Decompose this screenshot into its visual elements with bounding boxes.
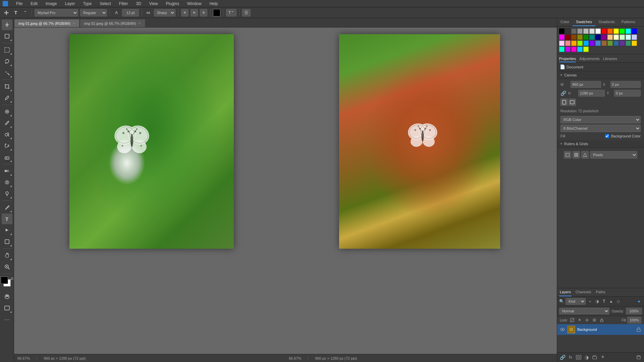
lock-position-icon[interactable] [584, 317, 590, 323]
swatch-item[interactable] [601, 35, 607, 40]
swatch-item[interactable] [571, 35, 577, 40]
toggle-char-btn[interactable]: ☰ [242, 9, 251, 16]
landscape-icon[interactable] [569, 99, 576, 106]
zoom-tool[interactable] [2, 261, 12, 272]
swatch-item[interactable] [595, 28, 601, 34]
menu-type[interactable]: Type [82, 1, 93, 7]
extra-tools-btn[interactable]: ⋯ [2, 314, 12, 325]
section-rulers-header[interactable]: ▼ Rulers & Grids [557, 140, 644, 148]
menu-image[interactable]: Image [44, 1, 58, 7]
crop-tool[interactable] [2, 81, 12, 92]
swatch-item[interactable] [607, 41, 613, 46]
filter-shape-icon[interactable]: ▲ [608, 298, 614, 304]
marquee-tool[interactable] [2, 45, 12, 55]
ruler-icon-2[interactable] [573, 151, 580, 159]
align-right-btn[interactable]: ≡ [200, 9, 207, 16]
lasso-tool[interactable] [2, 56, 12, 67]
ruler-icon-3[interactable] [581, 151, 589, 159]
blur-tool[interactable] [2, 177, 12, 188]
layer-visibility-icon[interactable] [560, 327, 565, 332]
tab-patterns[interactable]: Patterns [618, 18, 639, 26]
bits-select[interactable]: 8 Bits/Channel [560, 125, 641, 132]
lock-all-icon[interactable] [599, 317, 605, 323]
tab-img2-close[interactable]: ✕ [138, 21, 141, 25]
canvas-y-input[interactable] [614, 90, 641, 97]
filter-toggle-icon[interactable]: ● [636, 298, 642, 304]
swatch-item[interactable] [571, 47, 577, 52]
move-tool[interactable] [2, 19, 12, 30]
text-color-swatch[interactable] [213, 9, 220, 16]
foreground-color-swatch[interactable] [1, 277, 8, 284]
new-layer-btn[interactable]: + [599, 354, 606, 360]
tab-paths[interactable]: Paths [595, 288, 606, 296]
eraser-tool[interactable] [2, 152, 12, 163]
swap-colors-icon[interactable]: ⇄ [10, 277, 13, 281]
swatch-item[interactable] [565, 41, 571, 46]
add-mask-btn[interactable] [575, 354, 582, 361]
swatch-item[interactable] [601, 41, 607, 46]
swatch-item[interactable] [583, 41, 589, 46]
swatch-item[interactable] [589, 41, 595, 46]
tab-img1[interactable]: img 01.jpeg @ 66.7% (RGB/8#) ✕ [14, 19, 79, 27]
blend-mode-select[interactable]: Normal [559, 308, 609, 314]
swatch-item[interactable] [595, 41, 601, 46]
clone-stamp-tool[interactable] [2, 129, 12, 140]
menu-layer[interactable]: Layer [63, 1, 76, 7]
swatch-item[interactable] [620, 28, 625, 34]
layer-kind-filter[interactable]: Kind [566, 298, 586, 305]
layer-lock-icon[interactable] [636, 327, 641, 332]
fill-checkbox[interactable] [605, 134, 609, 138]
screen-mode-btn[interactable] [2, 303, 12, 313]
section-canvas-header[interactable]: ▼ Canvas [557, 71, 644, 79]
history-brush-tool[interactable] [2, 140, 12, 151]
swatch-item[interactable] [607, 35, 613, 40]
menu-3d[interactable]: 3D [135, 1, 142, 7]
rulers-unit-select[interactable]: Pixels [590, 151, 637, 159]
swatch-item[interactable] [571, 28, 577, 34]
swatch-item[interactable] [559, 28, 565, 34]
swatch-item[interactable] [571, 41, 577, 46]
swatch-item[interactable] [626, 28, 631, 34]
tab-swatches[interactable]: Swatches [573, 18, 595, 26]
delete-layer-btn[interactable] [635, 354, 642, 361]
menu-file[interactable]: File [15, 1, 24, 7]
color-mode-select[interactable]: RGB Color [560, 116, 641, 123]
tab-properties[interactable]: Properties [559, 56, 576, 62]
swatch-item[interactable] [583, 47, 589, 52]
quick-mask-btn[interactable] [2, 291, 12, 302]
new-fill-btn[interactable]: ◑ [583, 354, 590, 361]
swatch-item[interactable] [626, 41, 631, 46]
link-layers-btn[interactable]: 🔗 [559, 354, 566, 361]
filter-smart-icon[interactable]: ◇ [615, 298, 621, 304]
swatch-item[interactable] [632, 35, 637, 40]
font-size-input[interactable] [122, 9, 139, 16]
swatch-item[interactable] [583, 28, 589, 34]
swatch-item[interactable] [613, 35, 619, 40]
new-group-btn[interactable] [591, 354, 598, 361]
swatch-item[interactable] [565, 47, 571, 52]
swatch-item[interactable] [613, 41, 619, 46]
tab-gradients[interactable]: Gradients [595, 18, 618, 26]
healing-brush-tool[interactable] [2, 106, 12, 117]
eyedropper-tool[interactable] [2, 93, 12, 103]
swatch-item[interactable] [620, 35, 625, 40]
canvas-1[interactable] [69, 34, 234, 249]
canvas-h-input[interactable] [578, 90, 605, 97]
swatch-item[interactable] [607, 28, 613, 34]
menu-edit[interactable]: Edit [29, 1, 39, 7]
swatch-item[interactable] [589, 35, 595, 40]
filter-adjust-icon[interactable]: ◑ [594, 298, 600, 304]
pen-tool[interactable] [2, 202, 12, 213]
menu-view[interactable]: View [148, 1, 159, 7]
warp-text-btn[interactable]: T⌃ [226, 9, 236, 16]
anti-alias-select[interactable]: Sharp [154, 9, 175, 16]
swatch-item[interactable] [613, 28, 619, 34]
warp-text-icon[interactable]: ⌃ [21, 9, 29, 16]
swatch-item[interactable] [577, 35, 583, 40]
swatch-item[interactable] [626, 35, 631, 40]
artboard-tool[interactable] [2, 31, 12, 42]
layer-item-background[interactable]: Background [557, 324, 644, 335]
font-style-select[interactable]: Regular [80, 9, 107, 16]
font-family-select[interactable]: Myriad Pro [35, 9, 78, 16]
swatch-item[interactable] [632, 28, 637, 34]
